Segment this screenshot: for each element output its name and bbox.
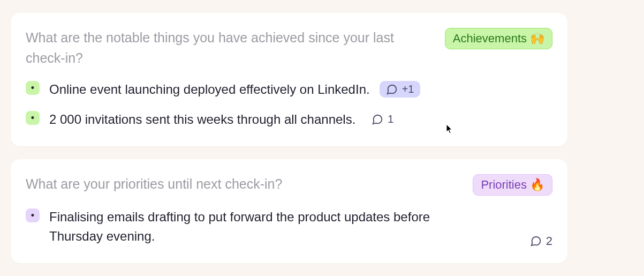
question-text: What are the notable things you have ach… [26, 28, 411, 68]
bullet-icon: • [26, 208, 40, 222]
list-item: • Online event launching deployed effect… [26, 80, 552, 99]
fire-icon: 🔥 [530, 178, 544, 192]
comment-icon [530, 235, 542, 247]
card-comment-badge[interactable]: 2 [530, 234, 552, 248]
achievements-tag[interactable]: Achievements 🙌 [445, 28, 552, 49]
item-list: • Finalising emails drafting to put forw… [26, 207, 552, 246]
comment-icon [386, 84, 398, 95]
achievements-card: What are the notable things you have ach… [11, 13, 567, 146]
comment-count: 2 [546, 234, 552, 248]
item-text[interactable]: 2 000 invitations sent this weeks throug… [49, 110, 355, 129]
comment-count: 1 [388, 113, 393, 125]
list-item: • 2 000 invitations sent this weeks thro… [26, 110, 552, 129]
card-header: What are the notable things you have ach… [26, 28, 552, 68]
raised-hands-icon: 🙌 [530, 32, 544, 46]
item-list: • Online event launching deployed effect… [26, 80, 552, 129]
bullet-icon: • [26, 81, 40, 95]
question-text: What are your priorities until next chec… [26, 174, 282, 195]
bullet-icon: • [26, 111, 40, 125]
list-item: • Finalising emails drafting to put forw… [26, 207, 552, 246]
comment-badge[interactable]: +1 [380, 81, 421, 98]
tag-label: Priorities [481, 178, 527, 192]
item-text[interactable]: Finalising emails drafting to put forwar… [49, 207, 456, 246]
priorities-tag[interactable]: Priorities 🔥 [473, 174, 552, 196]
card-header: What are your priorities until next chec… [26, 174, 552, 196]
comment-count: +1 [402, 83, 414, 95]
comment-icon [372, 114, 383, 125]
priorities-card: What are your priorities until next chec… [11, 159, 567, 263]
tag-label: Achievements [453, 32, 527, 46]
comment-badge[interactable]: 1 [365, 111, 400, 128]
item-text[interactable]: Online event launching deployed effectiv… [49, 80, 370, 99]
